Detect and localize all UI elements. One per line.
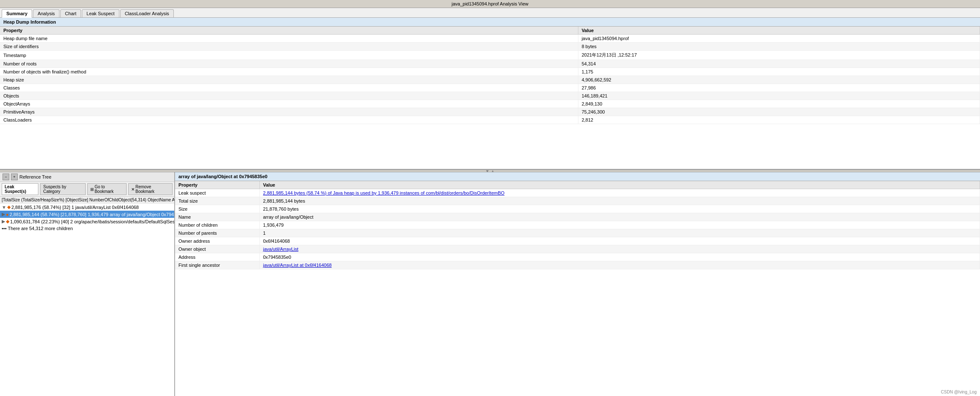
tab-leak-suspect[interactable]: Leak Suspect [82, 9, 119, 17]
title-bar: java_pid1345094.hprof Analysis View [0, 0, 980, 8]
detail-property-cell: Address [175, 253, 259, 261]
minus-icon[interactable]: − [3, 174, 9, 180]
detail-value-cell: 0x6f4164068 [259, 237, 980, 245]
remove-bookmark-btn[interactable]: ✕ Remove Bookmark [128, 183, 173, 195]
left-panel-toolbar: − + Reference Tree [0, 172, 174, 182]
property-cell: Heap dump file name [0, 35, 578, 43]
table-row: Heap size4,906,662,592 [0, 76, 980, 84]
tab-summary[interactable]: Summary [2, 9, 32, 18]
detail-value-cell: 1 [259, 229, 980, 237]
watermark: CSDN @Iving_Log [941, 390, 977, 394]
detail-row: Owner address0x6f4164068 [175, 237, 980, 245]
remove-icon: ✕ [131, 187, 135, 192]
value-cell: 4,906,662,592 [578, 76, 980, 84]
property-cell: ClassLoaders [0, 116, 578, 124]
property-cell: Size of identifiers [0, 43, 578, 51]
detail-property-cell: Total size [175, 197, 259, 205]
value-cell: 2021年12月13日 ,12:52:17 [578, 51, 980, 60]
top-panel: Heap Dump Information Property Value Hea… [0, 18, 980, 170]
table-row: Objects146,189,421 [0, 92, 980, 100]
tree-row[interactable]: ▼◆2,881,985,176 (58.74%) [32] 1 java/uti… [0, 203, 174, 211]
tree-row[interactable]: ▶◆1,090,631,784 (22.23%) [40] 2 org/apac… [0, 218, 174, 225]
heap-dump-table: Property Value Heap dump file namejava_p… [0, 27, 980, 124]
left-panel-tabs: Leak Suspect(s) Suspects by Category ⊞ G… [0, 182, 174, 197]
tab-suspects-by-category[interactable]: Suspects by Category [40, 183, 86, 195]
table-row: Number of roots54,314 [0, 60, 980, 68]
plus-icon[interactable]: + [11, 174, 18, 180]
property-cell: Classes [0, 84, 578, 92]
value-cell: 2,812 [578, 116, 980, 124]
tree-rows: ▼◆2,881,985,176 (58.74%) [32] 1 java/uti… [0, 203, 174, 232]
property-cell: Objects [0, 92, 578, 100]
bullet-icon: ◆ [6, 219, 9, 224]
detail-property-cell: Number of parents [175, 229, 259, 237]
detail-row: Number of children1,936,479 [175, 221, 980, 229]
col-value: Value [578, 27, 980, 35]
value-cell: 8 bytes [578, 43, 980, 51]
value-cell: 1,175 [578, 68, 980, 76]
detail-link[interactable]: java/util/ArrayList [263, 247, 299, 252]
go-to-bookmark-btn[interactable]: ⊞ Go to Bookmark [87, 183, 127, 195]
detail-row: Address0x7945835e0 [175, 253, 980, 261]
property-cell: Heap size [0, 76, 578, 84]
tab-classloader-analysis[interactable]: ClassLoader Analysis [120, 9, 174, 17]
detail-link[interactable]: 2,881,985,144 bytes (58.74 %) of Java he… [263, 190, 505, 195]
bottom-panel: − + Reference Tree Leak Suspect(s) Suspe… [0, 172, 980, 396]
value-cell: 2,849,130 [578, 100, 980, 108]
tree-row[interactable]: ••• There are 54,312 more children [0, 225, 174, 232]
detail-property-cell: Owner object [175, 245, 259, 253]
detail-value-cell: 0x7945835e0 [259, 253, 980, 261]
property-cell: ObjectArrays [0, 100, 578, 108]
detail-property-cell: Owner address [175, 237, 259, 245]
detail-link[interactable]: java/util/ArrayList at 0x6f4164068 [263, 263, 332, 268]
detail-col-property: Property [175, 181, 259, 189]
detail-value-cell: 21,878,760 bytes [259, 205, 980, 213]
bullet-icon: ● [6, 212, 9, 217]
tree-row[interactable]: ▶●2,881,985,144 (58.74%) [21,878,760] 1,… [0, 211, 174, 218]
table-row: Classes27,986 [0, 84, 980, 92]
col-property: Property [0, 27, 578, 35]
detail-row: Leak suspect2,881,985,144 bytes (58.74 %… [175, 189, 980, 197]
detail-value-cell[interactable]: java/util/ArrayList at 0x6f4164068 [259, 261, 980, 269]
tree-row-text: 2,881,985,176 (58.74%) [32] 1 java/util/… [11, 205, 139, 210]
reference-tree-label: Reference Tree [19, 174, 51, 179]
right-panel: array of java/lang/Object at 0x7945835e0… [175, 172, 980, 396]
tab-chart[interactable]: Chart [60, 9, 81, 17]
property-cell: Timestamp [0, 51, 578, 60]
heap-dump-section-title: Heap Dump Information [0, 18, 980, 27]
expand-icon[interactable]: ▶ [2, 219, 5, 224]
detail-row: Number of parents1 [175, 229, 980, 237]
value-cell: 27,986 [578, 84, 980, 92]
detail-property-cell: Size [175, 205, 259, 213]
detail-row: Size21,878,760 bytes [175, 205, 980, 213]
value-cell: java_pid1345094.hprof [578, 35, 980, 43]
table-row: Size of identifiers8 bytes [0, 43, 980, 51]
detail-value-cell: 2,881,985,144 bytes [259, 197, 980, 205]
detail-property-cell: First single ancestor [175, 261, 259, 269]
tab-leak-suspects[interactable]: Leak Suspect(s) [2, 183, 38, 195]
bullet-icon: ◆ [7, 204, 11, 210]
tab-bar: Summary Analysis Chart Leak Suspect Clas… [0, 8, 980, 18]
value-cell: 54,314 [578, 60, 980, 68]
tree-row-text: 2,881,985,144 (58.74%) [21,878,760] 1,93… [10, 212, 174, 217]
detail-property-cell: Name [175, 213, 259, 221]
property-cell: Number of roots [0, 60, 578, 68]
tree-row-text: 1,090,631,784 (22.23%) [40] 2 org/apache… [10, 219, 174, 224]
tree-column-header: [TotalSize (TotalSize/HeapSize%) [Object… [2, 198, 174, 202]
detail-value-cell: 1,936,479 [259, 221, 980, 229]
detail-value-cell[interactable]: 2,881,985,144 bytes (58.74 %) of Java he… [259, 189, 980, 197]
detail-row: Owner objectjava/util/ArrayList [175, 245, 980, 253]
expand-icon[interactable]: ▶ [2, 212, 5, 217]
detail-row: Namearray of java/lang/Object [175, 213, 980, 221]
tab-analysis[interactable]: Analysis [33, 9, 59, 17]
table-row: PrimitiveArrays75,246,300 [0, 108, 980, 116]
detail-property-cell: Number of children [175, 221, 259, 229]
table-row: ClassLoaders2,812 [0, 116, 980, 124]
detail-value-cell[interactable]: java/util/ArrayList [259, 245, 980, 253]
expand-collapse-icon[interactable]: ▼ [2, 205, 6, 210]
property-cell: Number of objects with finalize() method [0, 68, 578, 76]
left-panel: − + Reference Tree Leak Suspect(s) Suspe… [0, 172, 175, 396]
detail-property-cell: Leak suspect [175, 189, 259, 197]
tree-container: [TotalSize (TotalSize/HeapSize%) [Object… [0, 197, 174, 396]
detail-row: Total size2,881,985,144 bytes [175, 197, 980, 205]
